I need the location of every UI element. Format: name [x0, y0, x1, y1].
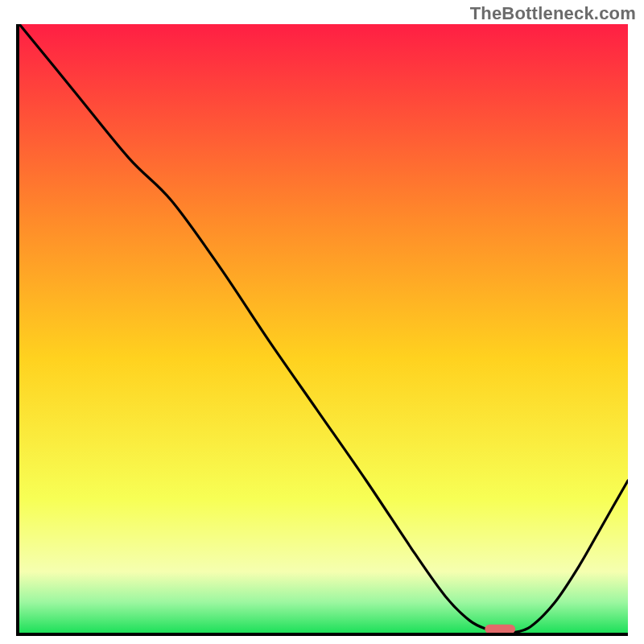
chart-canvas: TheBottleneck.com: [0, 0, 644, 644]
bottleneck-curve: [19, 24, 628, 633]
optimal-marker: [485, 625, 515, 633]
watermark-text: TheBottleneck.com: [470, 3, 636, 24]
curve-layer: [19, 24, 628, 633]
plot-area: [19, 24, 628, 633]
